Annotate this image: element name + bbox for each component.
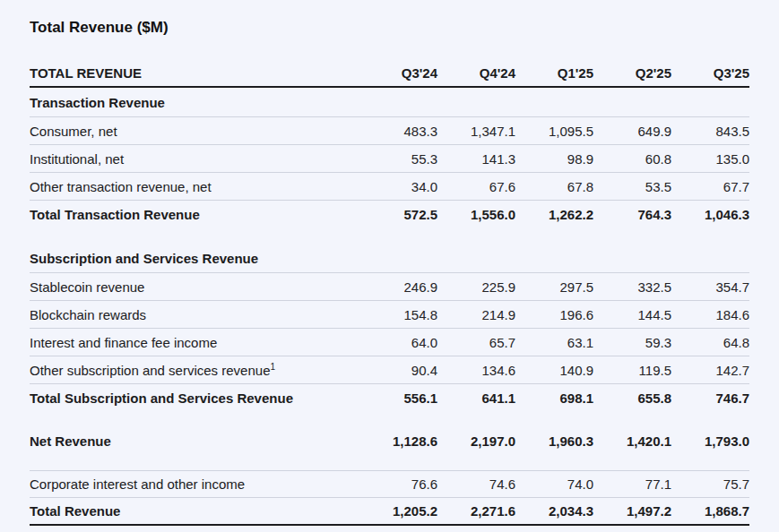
cell-value: 60.8	[593, 151, 671, 167]
cell-value: 641.1	[437, 390, 515, 406]
cell-value: 196.6	[515, 307, 593, 322]
cell-value: 74.0	[515, 476, 593, 492]
cell-value: 140.9	[515, 363, 593, 378]
cell-value: 67.8	[515, 179, 593, 194]
cell-value: 1,793.0	[671, 433, 749, 449]
cell-value: 1,347.1	[437, 124, 515, 139]
cell-value: 59.3	[593, 335, 671, 350]
table-row: Stablecoin revenue246.9225.9297.5332.535…	[30, 273, 749, 301]
cell-value: 142.7	[671, 363, 749, 378]
cell-value: 119.5	[593, 363, 671, 378]
cell-value: 1,960.3	[515, 433, 593, 449]
table-row: Transaction Revenue	[30, 88, 749, 117]
cell-value: 332.5	[593, 279, 671, 295]
cell-value: 225.9	[437, 279, 515, 295]
cell-value: 1,262.2	[515, 207, 593, 222]
cell-value: 843.5	[671, 124, 749, 139]
cell-value: 354.7	[671, 279, 749, 295]
revenue-report-page: Total Revenue ($M) TOTAL REVENUE Q3'24Q4…	[0, 0, 779, 526]
column-header: Q4'24	[437, 65, 515, 81]
cell-value: 1,420.1	[593, 433, 671, 449]
revenue-table: TOTAL REVENUE Q3'24Q4'24Q1'25Q2'25Q3'25 …	[30, 59, 749, 526]
cell-value: 67.6	[437, 179, 515, 194]
footnote-superscript: 1	[270, 362, 275, 372]
row-label: Total Revenue	[30, 503, 359, 519]
cell-value: 144.5	[593, 307, 671, 322]
table-row: Blockchain rewards154.8214.9196.6144.518…	[30, 301, 749, 329]
table-row: Total Subscription and Services Revenue5…	[30, 384, 749, 412]
cell-value: 34.0	[359, 179, 437, 194]
cell-value: 135.0	[671, 151, 749, 167]
row-label: Corporate interest and other income	[30, 476, 359, 492]
cell-value: 655.8	[593, 390, 671, 406]
column-header: Q1'25	[515, 65, 593, 81]
column-header: Q2'25	[593, 65, 671, 81]
cell-value: 764.3	[593, 207, 671, 222]
row-label: Stablecoin revenue	[30, 279, 359, 295]
cell-value: 2,197.0	[437, 433, 515, 449]
cell-value: 1,095.5	[515, 124, 593, 139]
cell-value: 214.9	[437, 307, 515, 322]
cell-value: 297.5	[515, 279, 593, 295]
cell-value: 77.1	[593, 476, 671, 492]
table-header-row: TOTAL REVENUE Q3'24Q4'24Q1'25Q2'25Q3'25	[30, 59, 749, 88]
column-header: Q3'24	[359, 65, 437, 81]
cell-value: 698.1	[515, 390, 593, 406]
spacer-row	[30, 412, 749, 427]
cell-value: 746.7	[671, 390, 749, 406]
column-header: Q3'25	[671, 65, 749, 81]
row-label: Consumer, net	[30, 124, 359, 139]
cell-value: 65.7	[437, 335, 515, 350]
cell-value: 76.6	[359, 476, 437, 492]
page-title: Total Revenue ($M)	[30, 19, 749, 37]
row-label: Interest and finance fee income	[30, 335, 359, 350]
table-row: Other transaction revenue, net34.067.667…	[30, 173, 749, 201]
cell-value: 64.8	[671, 335, 749, 350]
cell-value: 246.9	[359, 279, 437, 295]
row-label: Net Revenue	[30, 433, 359, 449]
cell-value: 184.6	[671, 307, 749, 322]
cell-value: 63.1	[515, 335, 593, 350]
table-row: Corporate interest and other income76.67…	[30, 470, 749, 498]
cell-value: 90.4	[359, 363, 437, 378]
cell-value: 2,271.6	[437, 503, 515, 519]
table-row: Net Revenue1,128.62,197.01,960.31,420.11…	[30, 427, 749, 455]
cell-value: 98.9	[515, 151, 593, 167]
cell-value: 1,128.6	[359, 433, 437, 449]
table-row: Consumer, net483.31,347.11,095.5649.9843…	[30, 117, 749, 145]
table-row: Total Revenue1,205.22,271.62,034.31,497.…	[30, 498, 749, 526]
spacer-row	[30, 228, 749, 244]
row-label: Transaction Revenue	[30, 95, 749, 110]
cell-value: 2,034.3	[515, 503, 593, 519]
table-row: Total Transaction Revenue572.51,556.01,2…	[30, 201, 749, 228]
cell-value: 556.1	[359, 390, 437, 406]
table-body: Transaction RevenueConsumer, net483.31,3…	[30, 88, 749, 526]
row-label: Other transaction revenue, net	[30, 179, 359, 194]
row-label: Total Subscription and Services Revenue	[30, 390, 359, 406]
table-row: Institutional, net55.3141.398.960.8135.0	[30, 145, 749, 173]
row-label: Institutional, net	[30, 151, 359, 167]
cell-value: 154.8	[359, 307, 437, 322]
cell-value: 1,205.2	[359, 503, 437, 519]
cell-value: 67.7	[671, 179, 749, 194]
row-label: Blockchain rewards	[30, 307, 359, 322]
table-header-label: TOTAL REVENUE	[30, 65, 359, 81]
cell-value: 55.3	[359, 151, 437, 167]
table-row: Other subscription and services revenue1…	[30, 356, 749, 384]
row-label: Total Transaction Revenue	[30, 207, 359, 222]
row-label: Subscription and Services Revenue	[30, 251, 749, 266]
cell-value: 75.7	[671, 476, 749, 492]
cell-value: 1,046.3	[671, 207, 749, 222]
table-row: Subscription and Services Revenue	[30, 244, 749, 273]
cell-value: 483.3	[359, 124, 437, 139]
cell-value: 134.6	[437, 363, 515, 378]
cell-value: 74.6	[437, 476, 515, 492]
row-label: Other subscription and services revenue1	[30, 363, 359, 378]
cell-value: 1,868.7	[671, 503, 749, 519]
cell-value: 572.5	[359, 207, 437, 222]
cell-value: 649.9	[593, 124, 671, 139]
cell-value: 141.3	[437, 151, 515, 167]
table-row: Interest and finance fee income64.065.76…	[30, 329, 749, 356]
cell-value: 1,556.0	[437, 207, 515, 222]
cell-value: 1,497.2	[593, 503, 671, 519]
